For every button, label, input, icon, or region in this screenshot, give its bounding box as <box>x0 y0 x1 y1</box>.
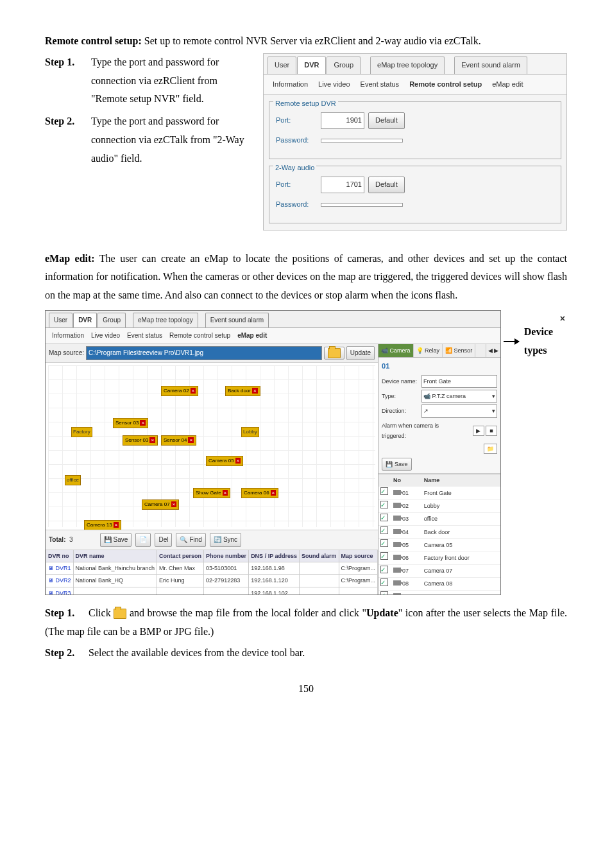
step2-text: Type the port and password for connectio… <box>91 112 251 168</box>
new-button[interactable]: 📄 <box>135 533 151 547</box>
devtab-camera[interactable]: 📹 Camera <box>378 344 414 357</box>
browse-button[interactable] <box>324 347 344 360</box>
devtab-relay[interactable]: 💡 Relay <box>414 344 443 357</box>
table-row[interactable]: 🖥 DVR1National Bank_Hsinchu branchMr. Ch… <box>46 562 378 575</box>
tab-user[interactable]: User <box>49 313 72 327</box>
map-canvas[interactable]: Camera 02× Back door× Factory Sensor 03×… <box>46 363 378 530</box>
browse-alarm-icon[interactable]: 📁 <box>484 444 497 454</box>
step2-label: Step 2. <box>45 112 89 131</box>
table-row[interactable]: 🖥 DVR3192.168.1.102 <box>46 587 378 595</box>
devtab-sensor[interactable]: 📶 Sensor <box>443 344 475 357</box>
sub-tab-row: Information Live video Event status Remo… <box>264 74 566 96</box>
subtab-remote-control[interactable]: Remote control setup <box>405 77 486 92</box>
marker-camera06[interactable]: Camera 06× <box>241 488 278 498</box>
password-label-2: Password: <box>276 198 321 211</box>
list-item[interactable]: 03office <box>378 512 500 525</box>
th-ip[interactable]: DNS / IP address <box>249 550 300 562</box>
th-contact[interactable]: Contact person <box>157 550 204 562</box>
folder-icon <box>114 609 126 619</box>
save-button[interactable]: 💾 Save <box>100 533 132 547</box>
subtab-live-video[interactable]: Live video <box>89 329 123 342</box>
port-input-2[interactable]: 1701 <box>321 177 364 193</box>
stop-icon[interactable]: ■ <box>486 426 497 436</box>
list-item[interactable]: 07Camera 07 <box>378 564 500 577</box>
tab-emap-tree[interactable]: eMap tree topology <box>370 56 445 74</box>
bottom-step2-label: Step 2. <box>45 644 89 663</box>
alarm-label: Alarm when camera is triggered: <box>382 421 452 441</box>
device-types-label: Device types <box>524 323 567 360</box>
subtab-information[interactable]: Information <box>269 77 312 92</box>
del-button[interactable]: Del <box>155 533 172 547</box>
subtab-emap-edit[interactable]: eMap edit <box>488 77 527 92</box>
marker-camera13[interactable]: Camera 13× <box>84 520 121 530</box>
list-item[interactable]: 06Factory front door <box>378 551 500 564</box>
close-icon[interactable]: × <box>560 311 565 327</box>
subtab-remote-control[interactable]: Remote control setup <box>167 329 233 342</box>
default-button-2[interactable]: Default <box>368 177 405 193</box>
bottom-step1-a: Click <box>89 607 114 618</box>
marker-camera05[interactable]: Camera 05× <box>206 456 243 466</box>
marker-camera02[interactable]: Camera 02× <box>161 386 198 396</box>
tab-dvr[interactable]: DVR <box>73 313 97 327</box>
list-item[interactable]: 04Back door <box>378 526 500 539</box>
marker-sensor03b[interactable]: Sensor 03× <box>123 435 158 446</box>
subtab-information[interactable]: Information <box>49 329 87 342</box>
emap-heading: eMap edit: <box>45 253 95 264</box>
list-item[interactable]: 01Front Gate <box>378 487 500 499</box>
th-phone[interactable]: Phone number <box>204 550 249 562</box>
marker-backdoor[interactable]: Back door× <box>225 386 260 396</box>
arrow-icon <box>504 341 519 342</box>
step1-text: Type the port and password for connectio… <box>91 53 251 108</box>
tab-emap-tree[interactable]: eMap tree topology <box>133 313 198 327</box>
th-dvrno[interactable]: DVR no <box>46 550 74 562</box>
play-icon[interactable]: ▶ <box>473 426 484 436</box>
password-input-2[interactable] <box>321 203 403 207</box>
device-type-select[interactable]: 📹 P.T.Z camera▾ <box>421 390 497 403</box>
marker-sensor04[interactable]: Sensor 04× <box>161 435 196 446</box>
emap-para: The user can create an eMap to locate th… <box>45 253 567 301</box>
step1-label: Step 1. <box>45 53 89 72</box>
legend-twoway: 2-Way audio <box>273 162 316 175</box>
th-alarm[interactable]: Sound alarm <box>300 550 339 562</box>
tab-event-sound[interactable]: Event sound alarm <box>454 56 527 74</box>
table-row[interactable]: 🖥 DVR2National Bank_HQEric Hung02-279122… <box>46 575 378 587</box>
th-map[interactable]: Map source <box>339 550 378 562</box>
th-dvrname[interactable]: DVR name <box>73 550 157 562</box>
device-save-button[interactable]: 💾 Save <box>382 458 412 471</box>
label-office: office <box>65 475 81 485</box>
map-source-input[interactable]: C:\Program Files\treeview Pro\DVR1.jpg <box>86 346 322 360</box>
label-factory: Factory <box>71 427 92 437</box>
tab-group[interactable]: Group <box>98 313 126 327</box>
subtab-event-status[interactable]: Event status <box>124 329 165 342</box>
device-list[interactable]: No Name 01Front Gate02Lobby03office04Bac… <box>378 474 500 595</box>
device-dir-select[interactable]: ↗▾ <box>421 404 497 417</box>
marker-showgate[interactable]: Show Gate× <box>193 488 230 498</box>
default-button[interactable]: Default <box>368 112 405 129</box>
emap-edit-panel: × User DVR Group eMap tree topology Even… <box>45 310 501 595</box>
password-input[interactable] <box>321 139 403 143</box>
marker-camera07[interactable]: Camera 07× <box>142 499 179 510</box>
list-item[interactable]: 02Lobby <box>378 499 500 512</box>
remote-control-panel: User DVR Group eMap tree topology Event … <box>263 53 567 230</box>
subtab-live-video[interactable]: Live video <box>314 77 354 92</box>
list-item[interactable]: 05Camera 05 <box>378 539 500 551</box>
marker-sensor03[interactable]: Sensor 03× <box>113 418 148 428</box>
emap-sub-tabs: Information Live video Event status Remo… <box>46 328 500 344</box>
port-label: Port: <box>276 114 321 127</box>
tab-dvr[interactable]: DVR <box>297 56 326 74</box>
list-item[interactable]: 08Camera 08 <box>378 577 500 590</box>
port-input[interactable]: 1901 <box>321 112 364 129</box>
device-name-input[interactable]: Front Gate <box>421 375 497 388</box>
list-item[interactable]: 09SHOP DOOR <box>378 590 500 595</box>
total-value: 3 <box>69 536 73 543</box>
update-button[interactable]: Update <box>346 346 375 360</box>
legend-remote-setup: Remote setup DVR <box>273 98 338 110</box>
tab-user[interactable]: User <box>268 56 296 74</box>
tab-group[interactable]: Group <box>327 56 361 74</box>
tab-event-sound[interactable]: Event sound alarm <box>205 313 269 327</box>
subtab-emap-edit[interactable]: eMap edit <box>235 329 269 342</box>
find-button[interactable]: 🔍 Find <box>176 533 205 547</box>
subtab-event-status[interactable]: Event status <box>357 77 404 92</box>
devtab-arrows[interactable]: ◀ ▶ <box>486 344 501 357</box>
sync-button[interactable]: 🔄 Sync <box>210 533 241 547</box>
